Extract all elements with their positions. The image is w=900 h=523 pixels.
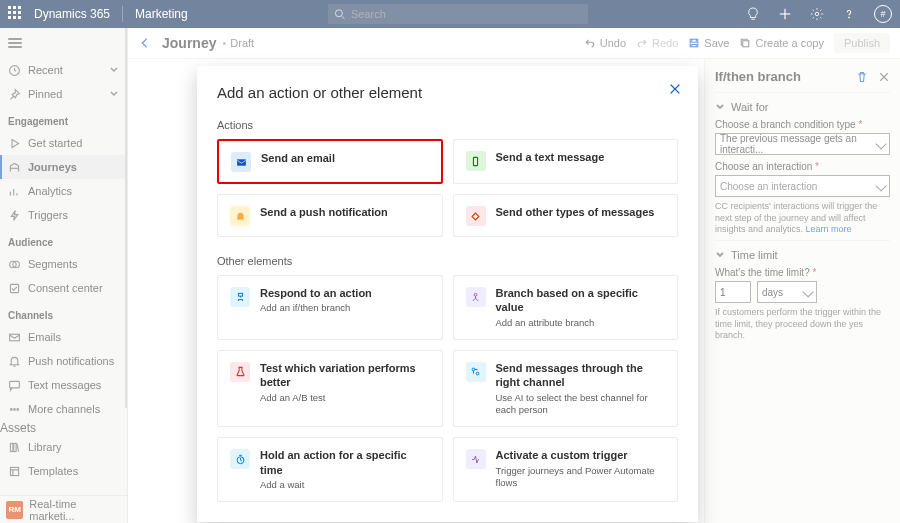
tile-wait[interactable]: Hold an action for a specific timeAdd a … — [217, 437, 443, 502]
svg-point-26 — [472, 369, 475, 372]
tile-send-other[interactable]: Send other types of messages — [453, 194, 679, 237]
svg-rect-21 — [237, 159, 245, 165]
tile-ab-test[interactable]: Test which variation performs betterAdd … — [217, 350, 443, 427]
tile-label: Hold an action for a specific time — [260, 448, 430, 477]
tile-desc: Add an if/then branch — [260, 302, 372, 314]
close-icon — [668, 82, 682, 96]
tile-send-text[interactable]: Send a text message — [453, 139, 679, 184]
tile-label: Send messages through the right channel — [496, 361, 666, 390]
tile-label: Test which variation performs better — [260, 361, 430, 390]
tile-desc: Use AI to select the best channel for ea… — [496, 392, 666, 417]
ai-channel-icon — [466, 362, 486, 382]
tile-send-email[interactable]: Send an email — [217, 139, 443, 184]
tile-send-push[interactable]: Send a push notification — [217, 194, 443, 237]
tile-respond-action[interactable]: Respond to an actionAdd an if/then branc… — [217, 275, 443, 340]
tile-branch-value[interactable]: Branch based on a specific valueAdd an a… — [453, 275, 679, 340]
actions-group-label: Actions — [217, 119, 678, 131]
flask-icon — [230, 362, 250, 382]
tile-label: Send an email — [261, 151, 335, 165]
svg-point-27 — [476, 373, 479, 376]
tile-custom-trigger[interactable]: Activate a custom triggerTrigger journey… — [453, 437, 679, 502]
add-action-modal: Add an action or other element Actions S… — [197, 66, 698, 522]
email-icon — [231, 152, 251, 172]
branch-icon — [230, 287, 250, 307]
tile-right-channel[interactable]: Send messages through the right channelU… — [453, 350, 679, 427]
trigger-icon — [466, 449, 486, 469]
phone-icon — [466, 151, 486, 171]
tile-label: Send other types of messages — [496, 205, 655, 219]
tile-label: Send a push notification — [260, 205, 388, 219]
tile-desc: Add a wait — [260, 479, 430, 491]
bell-icon — [230, 206, 250, 226]
tile-desc: Trigger journeys and Power Automate flow… — [496, 465, 666, 490]
tile-desc: Add an A/B test — [260, 392, 430, 404]
attribute-branch-icon — [466, 287, 486, 307]
svg-point-25 — [474, 293, 477, 296]
tile-label: Respond to an action — [260, 286, 372, 300]
tile-label: Send a text message — [496, 150, 605, 164]
tile-label: Branch based on a specific value — [496, 286, 666, 315]
tile-label: Activate a custom trigger — [496, 448, 666, 462]
other-group-label: Other elements — [217, 255, 678, 267]
modal-close-button[interactable] — [668, 82, 682, 96]
stopwatch-icon — [230, 449, 250, 469]
tile-desc: Add an attribute branch — [496, 317, 666, 329]
svg-rect-22 — [473, 157, 477, 165]
svg-rect-24 — [238, 293, 242, 296]
modal-title: Add an action or other element — [217, 84, 678, 101]
diamond-icon — [466, 206, 486, 226]
